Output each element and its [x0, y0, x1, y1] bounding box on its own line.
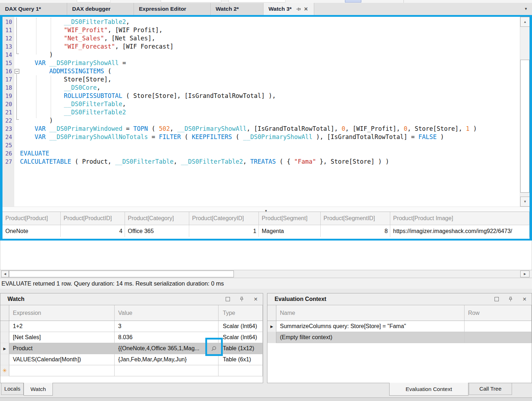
watch-expression-cell[interactable]: VALUES(Calendar[Month]): [9, 354, 115, 365]
fold-line: [16, 18, 19, 54]
dax-editor-block: 10 11 12 13 14 15 16 17 18 19 20 21 22 2…: [0, 15, 532, 241]
results-cell[interactable]: 4: [61, 225, 125, 237]
evaluation-context-titlebar: Evaluation Context ✕: [267, 293, 532, 305]
eval-context-column-header[interactable]: Row: [465, 305, 532, 321]
scrollbar-thumb[interactable]: [520, 60, 530, 193]
results-cell[interactable]: https://imagizer.imageshack.com/img922/6…: [390, 225, 530, 237]
results-column-header[interactable]: Product[Category]: [125, 212, 189, 225]
tab-dax-debugger[interactable]: DAX debugger: [67, 3, 134, 15]
maximize-icon[interactable]: [226, 297, 230, 301]
results-data-row[interactable]: OneNote4Office 3651Magenta8https://imagi…: [2, 225, 530, 237]
eval-name-cell[interactable]: (Empty filter context): [276, 332, 465, 343]
watch-expression-cell[interactable]: 1+2: [9, 321, 115, 332]
tab-expression-editor[interactable]: Expression Editor: [134, 3, 211, 15]
watch-expression-cell[interactable]: [9, 365, 115, 376]
watch-type-cell[interactable]: Scalar (Int64): [219, 321, 263, 332]
code-editor[interactable]: 10 11 12 13 14 15 16 17 18 19 20 21 22 2…: [2, 17, 530, 207]
watch-row[interactable]: ✳: [0, 365, 263, 376]
pin-icon[interactable]: [296, 7, 301, 11]
editor-vertical-scrollbar[interactable]: ▲ ▼: [520, 17, 530, 207]
fold-collapse-icon[interactable]: [15, 69, 19, 74]
scrollbar-thumb[interactable]: [9, 271, 234, 277]
watch-column-header[interactable]: Expression: [9, 305, 115, 321]
watch-row[interactable]: ▶Product{{OneNote,4,Office 365,1,Mag...T…: [0, 343, 263, 354]
watch-value-cell[interactable]: [115, 365, 219, 376]
tab-watch-2-[interactable]: Watch 2*: [211, 3, 264, 15]
close-icon[interactable]: ✕: [254, 297, 258, 302]
row-header-corner: [267, 305, 276, 321]
eval-row-header[interactable]: ▶: [267, 321, 276, 332]
tab-dax-query-1-[interactable]: DAX Query 1*: [0, 3, 67, 15]
scroll-up-icon[interactable]: ▲: [520, 17, 530, 27]
code-line: __DS0Core,: [20, 84, 520, 92]
results-horizontal-scrollbar[interactable]: ◀ ▶: [0, 270, 532, 278]
tab-list-dropdown-icon[interactable]: ▼: [524, 7, 528, 11]
results-splitter[interactable]: ▼: [2, 207, 530, 212]
close-icon[interactable]: ✕: [304, 6, 308, 11]
eval-name-cell[interactable]: SummarizeColumns query: Store[Store] = "…: [276, 321, 465, 332]
watch-value-cell[interactable]: {{OneNote,4,Office 365,1,Mag...: [115, 343, 219, 354]
scroll-down-icon[interactable]: ▼: [520, 197, 530, 207]
code-line: "Net_Sales", [Net Sales],: [20, 34, 520, 43]
results-column-header[interactable]: Product[Product]: [2, 212, 61, 225]
eval-context-column-header[interactable]: Name: [276, 305, 465, 321]
code-line: EVALUATE: [20, 149, 520, 158]
watch-type-cell[interactable]: Scalar (Int64): [219, 332, 263, 343]
panel-tab-locals[interactable]: Locals: [1, 383, 24, 395]
watch-column-header[interactable]: Value: [115, 305, 219, 321]
eval-row-cell[interactable]: [465, 321, 532, 332]
code-line: VAR __DS0PrimaryShowAllNoTotals = FILTER…: [20, 133, 520, 141]
collapse-arrow-icon[interactable]: ▼: [265, 209, 268, 213]
watch-value-cell[interactable]: {Jan,Feb,Mar,Apr,May,Jun}: [115, 354, 219, 365]
evaluation-context-header-row: NameRow: [267, 305, 532, 321]
results-cell[interactable]: Office 365: [125, 225, 189, 237]
results-cell[interactable]: OneNote: [2, 225, 61, 237]
watch-type-cell[interactable]: [219, 365, 263, 376]
eval-row-header[interactable]: [267, 332, 276, 343]
watch-row[interactable]: [Net Sales]8.036Scalar (Int64): [0, 332, 263, 343]
panel-tab-watch[interactable]: Watch: [24, 383, 53, 396]
watch-expression-cell[interactable]: [Net Sales]: [9, 332, 115, 343]
row-header-corner: [0, 305, 9, 321]
watch-row-header[interactable]: ✳: [0, 365, 9, 376]
tab-label: Expression Editor: [139, 6, 186, 12]
watch-value-cell[interactable]: 3: [115, 321, 219, 332]
panel-tab-call-tree[interactable]: Call Tree: [469, 383, 512, 395]
results-cell[interactable]: 8: [321, 225, 390, 237]
scroll-right-icon[interactable]: ▶: [520, 271, 530, 277]
watch-type-cell[interactable]: Table (6x1): [219, 354, 263, 365]
eval-context-row[interactable]: (Empty filter context): [267, 332, 532, 343]
code-line: "WIF_Forecast", [WIF Forecast]: [20, 43, 520, 51]
results-cell[interactable]: Magenta: [259, 225, 321, 237]
query-status-bar: EVALUATE returned 1 row. Query duration:…: [0, 278, 532, 289]
results-column-header[interactable]: Product[ProductID]: [61, 212, 125, 225]
results-cell[interactable]: 1: [189, 225, 259, 237]
watch-column-header[interactable]: Type: [219, 305, 263, 321]
maximize-icon[interactable]: [495, 297, 499, 301]
results-column-header[interactable]: Product[CategoryID]: [189, 212, 259, 225]
watch-row-header[interactable]: [0, 354, 9, 365]
watch-row-header[interactable]: [0, 321, 9, 332]
watch-row-header[interactable]: ▶: [0, 343, 9, 354]
status-text: EVALUATE returned 1 row. Query duration:…: [1, 280, 224, 287]
panel-tab-evaluation-context[interactable]: Evaluation Context: [389, 383, 468, 396]
code-line: __DS0FilterTable2,: [20, 18, 520, 26]
watch-type-cell[interactable]: Table (1x12): [219, 343, 263, 354]
tab-watch-3-[interactable]: Watch 3*✕: [264, 3, 314, 15]
pin-icon[interactable]: [239, 297, 244, 302]
watch-row[interactable]: VALUES(Calendar[Month]){Jan,Feb,Mar,Apr,…: [0, 354, 263, 365]
code-text[interactable]: __DS0FilterTable2, "WIF_Profit", [WIF Pr…: [20, 18, 520, 166]
close-icon[interactable]: ✕: [522, 297, 527, 302]
eval-row-cell[interactable]: [465, 332, 532, 343]
watch-expression-cell[interactable]: Product: [9, 343, 115, 354]
results-column-header[interactable]: Product[SegmentID]: [321, 212, 390, 225]
watch-row-header[interactable]: [0, 332, 9, 343]
pin-icon[interactable]: [508, 297, 513, 302]
line-numbers: 10 11 12 13 14 15 16 17 18 19 20 21 22 2…: [2, 17, 14, 166]
results-column-header[interactable]: Product[Segment]: [259, 212, 321, 225]
watch-value-cell[interactable]: 8.036: [115, 332, 219, 343]
results-column-header[interactable]: Product[Product Image]: [390, 212, 530, 225]
watch-row[interactable]: 1+23Scalar (Int64): [0, 321, 263, 332]
scroll-left-icon[interactable]: ◀: [1, 271, 9, 277]
eval-context-row[interactable]: ▶SummarizeColumns query: Store[Store] = …: [267, 321, 532, 332]
